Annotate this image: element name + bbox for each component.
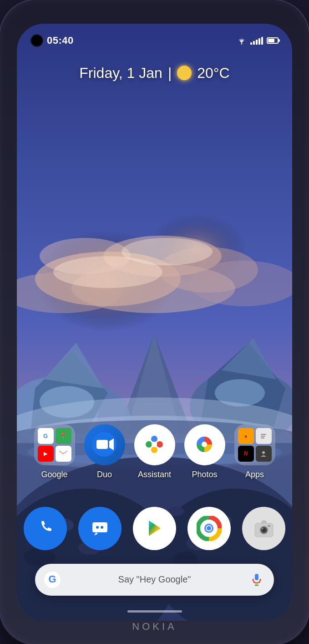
apps-folder-item[interactable]: a — [234, 424, 275, 479]
date-widget: Friday, 1 Jan | 20°C — [17, 65, 292, 82]
duo-svg — [92, 432, 117, 457]
phone-screen: 05:40 — [17, 24, 292, 621]
assistant-app-item[interactable]: Assistant — [134, 424, 175, 479]
camera-dock-item[interactable] — [242, 507, 285, 550]
svg-rect-65 — [261, 438, 264, 438]
google-mini-icon: G — [38, 428, 54, 444]
svg-marker-71 — [149, 520, 161, 536]
playstore-dock-item[interactable] — [133, 507, 176, 550]
duo-app-item[interactable]: Duo — [84, 424, 125, 479]
search-placeholder: Say "Hey Google" — [61, 574, 248, 585]
messages-dock-icon[interactable] — [78, 507, 122, 550]
playstore-dock-icon[interactable] — [133, 507, 176, 550]
phone-dock-item[interactable] — [24, 507, 67, 550]
amazon-mini-icon: a — [238, 428, 254, 444]
google-logo-svg: G — [44, 572, 61, 588]
status-right — [237, 36, 279, 45]
chrome-dock-icon[interactable] — [187, 507, 231, 550]
svg-point-46 — [221, 548, 250, 566]
app2-mini-icon — [256, 428, 272, 444]
apps-folder-icon[interactable]: a — [234, 424, 275, 465]
gmail-mini-icon — [56, 446, 71, 462]
camera-dock-icon[interactable] — [242, 507, 285, 550]
date-text: Friday, 1 Jan | 20°C — [17, 65, 292, 82]
date-separator: | — [168, 65, 172, 82]
duo-app-icon[interactable] — [84, 424, 125, 465]
svg-rect-50 — [96, 440, 108, 449]
svg-point-56 — [146, 441, 152, 448]
camera-hole — [30, 34, 43, 47]
status-bar: 05:40 — [17, 24, 292, 51]
mic-svg — [251, 573, 262, 587]
svg-point-57 — [152, 442, 157, 447]
youtube-mini-icon: ▶ — [38, 446, 54, 462]
svg-point-54 — [157, 441, 163, 448]
chrome-dock-item[interactable] — [187, 507, 231, 550]
duo-app-label: Duo — [97, 470, 112, 479]
messages-dock-item[interactable] — [78, 507, 122, 550]
svg-rect-63 — [261, 434, 266, 435]
playstore-svg — [143, 517, 166, 540]
google-folder-item[interactable]: G 📍 ▶ — [34, 424, 75, 479]
photos-app-icon[interactable] — [184, 424, 225, 465]
svg-point-47 — [241, 43, 243, 45]
svg-point-59 — [202, 442, 207, 447]
svg-rect-82 — [268, 525, 270, 527]
apps-folder-label: Apps — [245, 470, 264, 479]
svg-point-55 — [151, 447, 157, 453]
maps-mini-icon: 📍 — [56, 428, 71, 444]
home-indicator[interactable] — [127, 610, 182, 613]
svg-rect-68 — [92, 522, 107, 532]
svg-point-81 — [262, 528, 263, 530]
svg-rect-64 — [261, 436, 265, 437]
google-folder-label: Google — [41, 470, 67, 479]
svg-point-67 — [262, 451, 265, 454]
google-folder-icon[interactable]: G 📍 ▶ — [34, 424, 75, 465]
chrome-svg — [197, 516, 222, 541]
photos-app-item[interactable]: Photos — [184, 424, 225, 479]
svg-text:G: G — [48, 573, 56, 585]
app4-mini-icon — [256, 446, 272, 462]
assistant-app-label: Assistant — [138, 470, 171, 479]
app-row: G 📍 ▶ — [17, 424, 292, 479]
svg-point-53 — [151, 436, 157, 442]
google-g-logo: G — [44, 572, 61, 588]
assistant-app-icon[interactable] — [134, 424, 175, 465]
date-label: Friday, 1 Jan — [79, 65, 162, 82]
signal-icon — [250, 36, 263, 45]
phone-device: 05:40 — [0, 0, 309, 644]
photos-svg — [192, 432, 217, 457]
status-time: 05:40 — [47, 35, 74, 46]
status-left: 05:40 — [30, 34, 74, 47]
google-search-bar[interactable]: G Say "Hey Google" — [35, 564, 274, 596]
mic-icon[interactable] — [248, 572, 265, 588]
nokia-brand: NOKIA — [0, 621, 309, 633]
dock-row — [17, 507, 292, 550]
svg-point-43 — [24, 548, 56, 566]
svg-point-70 — [101, 526, 103, 529]
weather-sun-icon — [177, 66, 192, 80]
netflix-mini-icon: N — [238, 446, 254, 462]
phone-svg — [35, 518, 56, 539]
svg-point-75 — [207, 526, 211, 531]
home-screen: 05:40 — [17, 24, 292, 621]
svg-point-11 — [122, 238, 213, 265]
assistant-svg — [142, 432, 167, 457]
svg-point-69 — [96, 526, 99, 529]
svg-rect-85 — [255, 574, 258, 580]
wifi-icon — [237, 36, 247, 45]
photos-app-label: Photos — [192, 470, 217, 479]
messages-svg — [90, 518, 110, 539]
camera-svg — [253, 517, 275, 540]
temperature-label: 20°C — [197, 65, 230, 82]
phone-dock-icon[interactable] — [24, 507, 67, 550]
battery-icon — [267, 37, 279, 44]
